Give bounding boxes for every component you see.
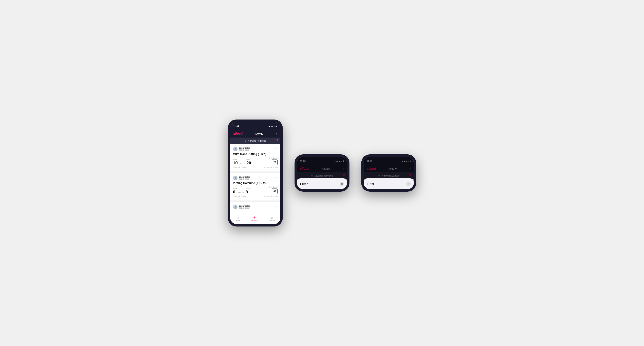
- shots-value-1a: 20: [246, 161, 251, 165]
- stats-row-1a: Score 10 OUT OF Shots 20 Shot Quality: [233, 157, 278, 165]
- svg-point-3: [234, 178, 236, 179]
- nav-home-1[interactable]: ⌂ Home: [236, 216, 240, 222]
- activity-card-2[interactable]: Josh Coles 28 Feb 2023 ••• Putting Combi…: [230, 173, 280, 200]
- filter-title-2: Filter: [300, 182, 308, 186]
- data-source-1b: Data: Clippd Capture: [263, 195, 278, 197]
- svg-point-4: [235, 206, 236, 207]
- filter-footer-2: Clear Filters Apply: [297, 188, 347, 189]
- close-button-2[interactable]: ✕: [340, 182, 344, 186]
- test-info-1b: ⓘ Test Information: [233, 195, 246, 197]
- sq-label-1a: Shot Quality: [269, 157, 278, 159]
- battery-icon: ▮: [276, 125, 277, 127]
- signal-icon: ▲▲▲: [268, 125, 274, 127]
- dots-menu-1a[interactable]: •••: [275, 147, 278, 151]
- activity-card-3[interactable]: Josh Coles 28 Feb 2023 •••: [230, 202, 280, 213]
- notification-dot-1: [276, 139, 278, 141]
- bottom-nav-1: ⌂ Home ♣ Activities ⊕ Capture: [230, 214, 280, 224]
- data-source-1a: Data: Clippd Capture: [263, 167, 278, 168]
- test-info-1a: ⓘ Test Information: [233, 166, 246, 169]
- time-1: 11:33: [233, 125, 239, 127]
- avatar-1b: [233, 175, 238, 180]
- scene: 11:33 ▲▲▲ ⌾ ▮ clippd Activity ≡ ⚙ Viewin…: [216, 108, 428, 238]
- dots-menu-1b[interactable]: •••: [275, 176, 278, 179]
- nav-capture-1[interactable]: ⊕ Capture: [269, 216, 275, 222]
- status-icons-1: ▲▲▲ ⌾ ▮: [268, 125, 277, 127]
- nav-activities-1[interactable]: ♣ Activities: [251, 216, 258, 222]
- avatar-1c: [233, 204, 238, 209]
- activity-card-1[interactable]: Josh Coles 28 Feb 2023 ••• Must Make Put…: [230, 144, 280, 171]
- user-date-1a: 28 Feb 2023: [239, 149, 250, 151]
- filter-header-2: Filter ✕: [297, 180, 347, 188]
- svg-point-5: [234, 207, 236, 208]
- shots-label-1b: Shots: [246, 188, 250, 189]
- viewing-bar-text-1: Viewing Activities: [248, 140, 266, 142]
- home-icon-1: ⌂: [237, 216, 239, 219]
- filter-overlay-3: Filter ✕ Show Rounds Practice Drills Pra…: [364, 157, 414, 189]
- close-button-3[interactable]: ✕: [406, 182, 411, 186]
- status-bar-1: 11:33 ▲▲▲ ⌾ ▮: [230, 122, 280, 131]
- activities-icon-1: ♣: [254, 216, 256, 219]
- activities-label-1: Activities: [251, 220, 258, 222]
- user-date-1c: 28 Feb 2023: [239, 207, 250, 209]
- phone-1: 11:33 ▲▲▲ ⌾ ▮ clippd Activity ≡ ⚙ Viewin…: [228, 120, 283, 226]
- svg-point-0: [235, 148, 236, 149]
- user-date-1b: 28 Feb 2023: [239, 178, 250, 180]
- menu-button-1[interactable]: ≡: [276, 132, 277, 135]
- capture-icon-1: ⊕: [270, 216, 273, 219]
- dots-menu-1c[interactable]: •••: [275, 205, 278, 208]
- filter-title-3: Filter: [367, 182, 374, 186]
- svg-point-1: [234, 150, 236, 150]
- card-footer-1b: ⓘ Test Information Data: Clippd Capture: [233, 195, 278, 197]
- card-title-1a: Must Make Putting (3-6 ft): [233, 153, 278, 156]
- shot-quality-badge-1b: 45: [272, 188, 278, 194]
- viewing-bar-1[interactable]: ⚙ Viewing Activities: [230, 138, 280, 144]
- info-icon-1a: ⓘ: [233, 166, 234, 169]
- score-value-1b: 0: [233, 190, 237, 194]
- shots-value-1b: 9: [246, 190, 250, 194]
- filter-icon-1: ⚙: [244, 140, 246, 142]
- filter-overlay-2: Filter ✕ Show Rounds Practice Drills Rou…: [297, 157, 347, 189]
- score-value-1a: 10: [233, 161, 238, 165]
- shot-quality-badge-1a: 75: [272, 159, 278, 165]
- home-label-1: Home: [236, 220, 240, 222]
- card-title-1b: Putting Combine (3-15 ft): [233, 181, 278, 184]
- wifi-icon: ⌾: [274, 125, 276, 127]
- user-info-1b: Josh Coles 28 Feb 2023: [233, 175, 250, 180]
- card-footer-1a: ⓘ Test Information Data: Clippd Capture: [233, 166, 278, 169]
- filter-sheet-2: Filter ✕ Show Rounds Practice Drills Rou…: [297, 178, 347, 189]
- app-header-1: clippd Activity ≡: [230, 131, 280, 138]
- score-label-1a: Score: [233, 159, 238, 161]
- out-of-1b: OUT OF: [238, 192, 244, 193]
- filter-sheet-3: Filter ✕ Show Rounds Practice Drills Pra…: [364, 178, 414, 189]
- phone-2: 11:33 ▲▲▲ ⌾ ▮ clippd Activity ≡ ⚙ Viewin…: [294, 154, 350, 192]
- header-title-1: Activity: [255, 133, 263, 135]
- filter-header-3: Filter ✕: [364, 180, 414, 188]
- out-of-1a: OUT OF: [239, 163, 245, 165]
- sq-label-1b: Shot Quality: [269, 186, 278, 188]
- logo-1: clippd: [233, 132, 242, 136]
- user-name-1c: Josh Coles: [239, 205, 250, 207]
- score-label-1b: Score: [233, 188, 237, 189]
- activity-list-1: Josh Coles 28 Feb 2023 ••• Must Make Put…: [230, 144, 280, 213]
- filter-footer-3: Clear Filters Apply: [364, 188, 414, 189]
- shots-label-1a: Shots: [246, 159, 251, 161]
- info-icon-1b: ⓘ: [233, 195, 234, 197]
- phone-3: 11:33 ▲▲▲ ⌾ ▮ clippd Activity ≡ ⚙ Viewin…: [361, 154, 416, 192]
- user-info-1a: Josh Coles 28 Feb 2023: [233, 147, 250, 151]
- avatar-1a: [233, 147, 238, 151]
- user-info-1c: Josh Coles 28 Feb 2023: [233, 204, 250, 209]
- user-name-1b: Josh Coles: [239, 176, 250, 178]
- stats-row-1b: Score 0 OUT OF Shots 9 Shot Quality: [233, 186, 278, 194]
- capture-label-1: Capture: [269, 220, 275, 222]
- svg-point-2: [235, 177, 236, 178]
- user-name-1a: Josh Coles: [239, 147, 250, 149]
